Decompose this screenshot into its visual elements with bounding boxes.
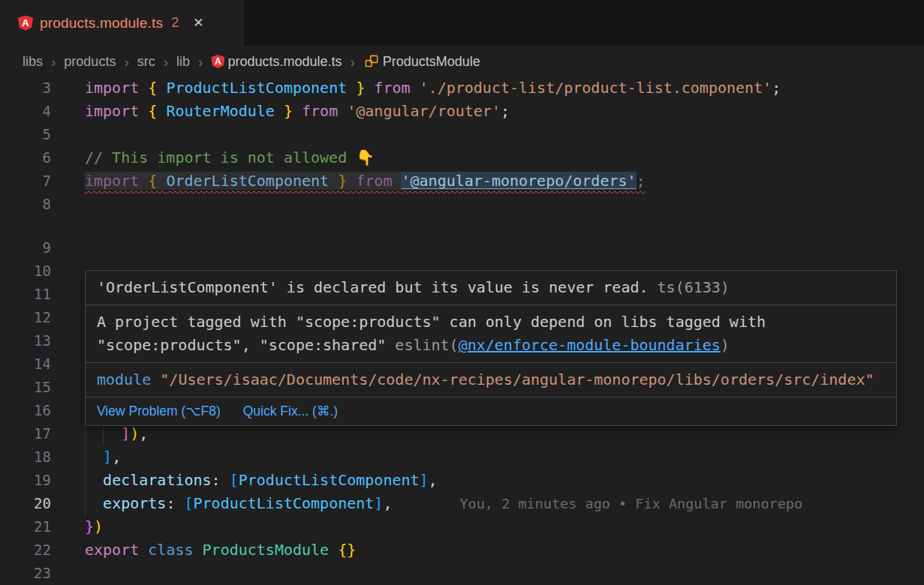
code-line-3[interactable]: 3import { ProductListComponent } from '.… — [0, 76, 924, 100]
code-line-23[interactable]: 23 — [0, 562, 924, 585]
indent-guide — [85, 492, 86, 515]
line-number: 8 — [0, 193, 51, 216]
code-token: ; — [772, 79, 781, 97]
breadcrumb-item-libs[interactable]: libs — [23, 54, 43, 70]
code-line-content — [85, 123, 924, 146]
hover-popup: 'OrderListComponent' is declared but its… — [85, 270, 897, 426]
code-line-content — [85, 193, 924, 216]
tab-problems-badge: 2 — [171, 15, 179, 31]
line-number: 9 — [0, 236, 51, 260]
code-token: declarations — [103, 471, 212, 489]
module-path: "/Users/isaac/Documents/code/nx-recipes/… — [160, 370, 874, 388]
code-token: } — [329, 172, 347, 190]
code-editor[interactable]: 3import { ProductListComponent } from '.… — [0, 76, 924, 585]
line-number: 6 — [0, 146, 51, 170]
code-token: ProductListComponent — [194, 494, 375, 512]
code-token — [85, 448, 103, 466]
line-number: 23 — [0, 562, 51, 585]
tab-products-module[interactable]: A products.module.ts 2 ✕ — [0, 0, 244, 46]
code-line-content: declarations: [ProductListComponent], — [85, 469, 924, 492]
code-token: ; — [637, 172, 646, 190]
tab-label: products.module.ts — [40, 15, 163, 32]
code-token: { — [148, 102, 166, 120]
line-number: 7 — [0, 170, 51, 193]
eslint-source-suffix: ) — [721, 336, 730, 354]
line-number: 11 — [0, 283, 51, 306]
git-blame-annotation: You, 2 minutes ago • Fix Angular monorep… — [459, 496, 802, 512]
code-token: , — [429, 471, 438, 489]
chevron-right-icon: › — [350, 55, 354, 69]
code-line-19[interactable]: 19 declarations: [ProductListComponent], — [0, 469, 924, 492]
code-token: from — [293, 102, 347, 120]
line-number: 19 — [0, 469, 51, 492]
breadcrumb-item-src[interactable]: src — [137, 54, 155, 70]
code-token: , — [383, 494, 392, 512]
line-number: 5 — [0, 123, 51, 146]
line-number: 3 — [0, 76, 51, 100]
code-token: ProductListComponent — [239, 471, 420, 489]
code-line-4[interactable]: 4import { RouterModule } from '@angular/… — [0, 100, 924, 123]
code-line-content: // This import is not allowed 👇 — [85, 146, 924, 170]
code-token: from — [347, 172, 401, 190]
breadcrumb-item-products[interactable]: products — [64, 54, 116, 70]
code-line-5[interactable]: 5 — [0, 123, 924, 146]
code-token: , — [139, 424, 148, 442]
chevron-right-icon: › — [198, 55, 203, 69]
class-symbol-icon — [365, 55, 378, 68]
eslint-source-prefix: eslint( — [395, 336, 458, 354]
code-line-content — [85, 562, 924, 585]
code-token: ] — [121, 424, 130, 442]
line-number: 14 — [0, 352, 51, 376]
code-line-22[interactable]: 22export class ProductsModule {} — [0, 538, 924, 562]
error-squiggle: import { OrderListComponent } from '@ang… — [85, 172, 646, 190]
code-line-content: import { RouterModule } from '@angular/r… — [85, 100, 924, 123]
breadcrumb-item-lib[interactable]: lib — [176, 54, 190, 70]
line-number: 13 — [0, 329, 51, 352]
code-token: {} — [338, 541, 356, 559]
chevron-right-icon: › — [164, 55, 168, 69]
quick-fix-action[interactable]: Quick Fix... (⌘.) — [243, 404, 338, 419]
angular-icon: A — [211, 55, 224, 68]
hover-eslint-diagnostic: A project tagged with "scope:products" c… — [86, 304, 896, 362]
code-line-18[interactable]: 18 ], — [0, 446, 924, 469]
code-line-content: export class ProductsModule {} — [85, 538, 924, 562]
code-token: ] — [374, 494, 383, 512]
code-token: ; — [501, 102, 510, 120]
code-line-8[interactable]: 8 — [0, 193, 924, 216]
code-line-content: }) — [85, 515, 924, 538]
code-token: import — [85, 79, 148, 97]
code-line-20[interactable]: 20 exports: [ProductListComponent],You, … — [0, 492, 924, 515]
module-keyword: module — [97, 370, 151, 388]
code-token: : — [166, 494, 184, 512]
code-token: , — [112, 448, 121, 466]
hover-ts-diagnostic: 'OrderListComponent' is declared but its… — [86, 271, 896, 304]
code-token: ) — [94, 518, 103, 536]
code-token: [ — [230, 471, 239, 489]
indent-guide — [85, 469, 86, 492]
line-number: 22 — [0, 538, 51, 562]
line-number: 4 — [0, 100, 51, 123]
code-token: RouterModule — [166, 102, 275, 120]
line-number: 17 — [0, 422, 51, 446]
diagnostic-code: ts(6133) — [658, 278, 730, 296]
code-token — [85, 494, 103, 512]
code-token: } — [85, 518, 94, 536]
breadcrumb-item-file[interactable]: products.module.ts — [227, 54, 342, 70]
code-line-6[interactable]: 6// This import is not allowed 👇 — [0, 146, 924, 170]
close-icon[interactable]: ✕ — [193, 15, 203, 31]
code-token: ProductListComponent — [166, 79, 347, 97]
code-line-21[interactable]: 21}) — [0, 515, 924, 538]
code-line-content: import { OrderListComponent } from '@ang… — [85, 170, 924, 193]
chevron-right-icon: › — [124, 55, 128, 69]
code-line-7[interactable]: 7import { OrderListComponent } from '@an… — [0, 170, 924, 193]
eslint-rule-link[interactable]: @nx/enforce-module-boundaries — [459, 336, 721, 354]
line-number: 16 — [0, 399, 51, 422]
view-problem-action[interactable]: View Problem (⌥F8) — [97, 404, 221, 419]
code-line-9[interactable]: 9 — [0, 236, 924, 260]
diagnostic-message: 'OrderListComponent' is declared but its… — [97, 278, 649, 296]
line-number: 12 — [0, 306, 51, 329]
code-token: export — [85, 541, 148, 559]
breadcrumb-item-symbol[interactable]: ProductsModule — [383, 54, 480, 70]
code-token: '@angular/router' — [347, 102, 501, 120]
line-number: 21 — [0, 515, 51, 538]
